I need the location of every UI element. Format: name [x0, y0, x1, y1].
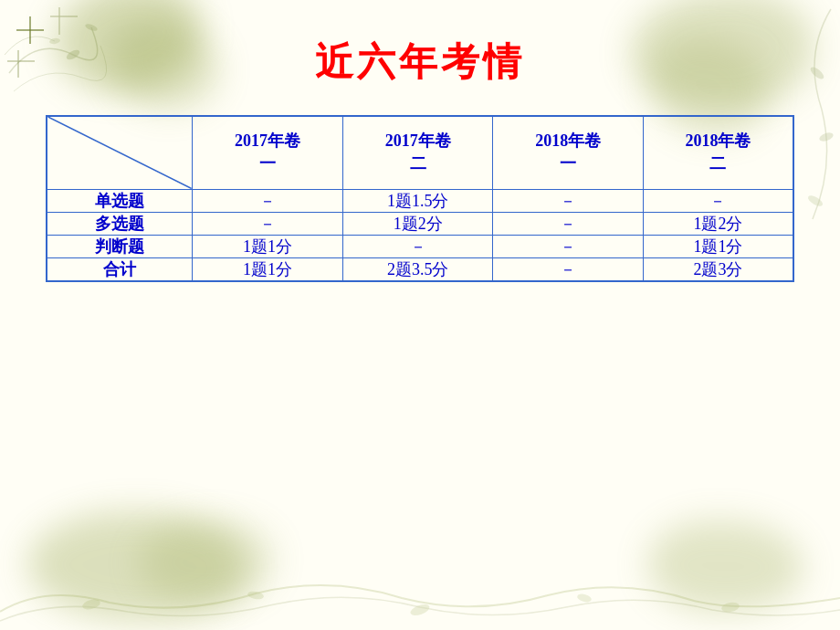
table-row: 判断题1题1分－－1题1分 [47, 235, 793, 257]
cell-r0-c0: － [193, 189, 343, 212]
col-header-2: 2017年卷 二 [342, 116, 493, 189]
row-label-2: 判断题 [47, 235, 193, 257]
cell-r1-c2: － [493, 212, 644, 235]
cell-r1-c1: 1题2分 [342, 212, 493, 235]
row-label-3: 合计 [47, 257, 193, 281]
table-header-row: 2017年卷 一 2017年卷 二 2018年卷 一 2018年卷 二 [47, 116, 793, 189]
cell-r1-c0: － [193, 212, 343, 235]
cell-r0-c3: － [643, 189, 793, 212]
exam-table: 2017年卷 一 2017年卷 二 2018年卷 一 2018年卷 二 单选题－… [46, 115, 794, 282]
cell-r2-c2: － [493, 235, 644, 257]
cell-r3-c0: 1题1分 [193, 257, 343, 281]
row-label-0: 单选题 [47, 189, 193, 212]
row-label-1: 多选题 [47, 212, 193, 235]
svg-line-11 [48, 117, 192, 189]
table-row: 多选题－1题2分－1题2分 [47, 212, 793, 235]
cell-r3-c3: 2题3分 [643, 257, 793, 281]
col-header-4: 2018年卷 二 [643, 116, 793, 189]
cell-r0-c2: － [493, 189, 644, 212]
page-title: 近六年考情 [315, 37, 525, 88]
table-body: 单选题－1题1.5分－－多选题－1题2分－1题2分判断题1题1分－－1题1分合计… [47, 189, 793, 281]
cell-r2-c0: 1题1分 [193, 235, 343, 257]
table-row: 单选题－1题1.5分－－ [47, 189, 793, 212]
cell-r3-c2: － [493, 257, 644, 281]
exam-table-wrapper: 2017年卷 一 2017年卷 二 2018年卷 一 2018年卷 二 单选题－… [46, 115, 794, 282]
cell-r1-c3: 1题2分 [643, 212, 793, 235]
cell-r2-c3: 1题1分 [643, 235, 793, 257]
cell-r2-c1: － [342, 235, 493, 257]
table-row: 合计1题1分2题3.5分－2题3分 [47, 257, 793, 281]
cell-r0-c1: 1题1.5分 [342, 189, 493, 212]
col-header-3: 2018年卷 一 [493, 116, 644, 189]
diagonal-header-cell [47, 116, 193, 189]
cell-r3-c1: 2题3.5分 [342, 257, 493, 281]
col-header-1: 2017年卷 一 [193, 116, 343, 189]
